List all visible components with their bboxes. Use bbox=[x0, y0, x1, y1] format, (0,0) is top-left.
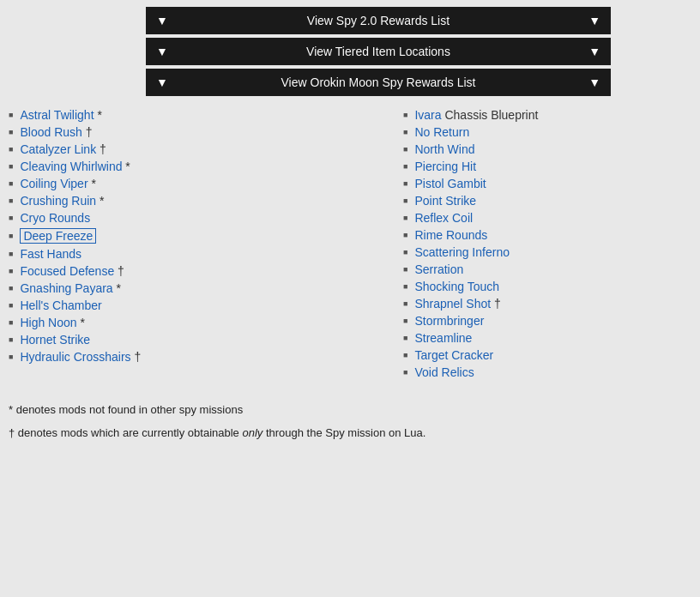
list-item: Pistol Gambit bbox=[403, 175, 678, 192]
dagger-footnote: † denotes mods which are currently obtai… bbox=[9, 423, 691, 443]
list-item: Point Strike bbox=[403, 192, 678, 209]
piercing-hit-link[interactable]: Piercing Hit bbox=[414, 160, 476, 173]
hells-chamber-link[interactable]: Hell's Chamber bbox=[20, 298, 101, 312]
orokin-rewards-button[interactable]: ▼ View Orokin Moon Spy Rewards List ▼ bbox=[146, 69, 611, 96]
dagger-italic: only bbox=[242, 426, 262, 439]
list-item: Streamline bbox=[403, 329, 678, 347]
tiered-locations-button[interactable]: ▼ View Tiered Item Locations ▼ bbox=[146, 38, 611, 65]
list-item: Hydraulic Crosshairs † bbox=[9, 348, 395, 365]
cleaving-whirlwind-link[interactable]: Cleaving Whirlwind bbox=[20, 160, 122, 173]
crushing-ruin-link[interactable]: Crushing Ruin bbox=[20, 194, 96, 208]
list-item: Crushing Ruin * bbox=[9, 192, 395, 209]
astral-twilight-link[interactable]: Astral Twilight bbox=[20, 108, 94, 122]
arrow-right-icon-3: ▼ bbox=[588, 75, 600, 89]
void-relics-link[interactable]: Void Relics bbox=[414, 365, 474, 379]
left-column: Astral Twilight * Blood Rush † Catalyzer… bbox=[9, 106, 403, 381]
footnotes-section: * denotes mods not found in other spy mi… bbox=[0, 389, 700, 455]
list-item: Hell's Chamber bbox=[9, 297, 395, 314]
content-area: Astral Twilight * Blood Rush † Catalyzer… bbox=[0, 100, 700, 389]
streamline-link[interactable]: Streamline bbox=[414, 331, 472, 345]
ivara-suffix: Chassis Blueprint bbox=[444, 108, 538, 122]
list-item: Shocking Touch bbox=[403, 278, 678, 295]
list-item: Deep Freeze bbox=[9, 226, 395, 245]
arrow-left-icon-2: ▼ bbox=[156, 45, 168, 58]
high-noon-link[interactable]: High Noon bbox=[20, 316, 76, 329]
list-item: Gnashing Payara * bbox=[9, 280, 395, 297]
list-item: Target Cracker bbox=[403, 347, 678, 364]
fast-hands-link[interactable]: Fast Hands bbox=[20, 247, 81, 261]
list-item: Cryo Rounds bbox=[9, 209, 395, 226]
stormbringer-link[interactable]: Stormbringer bbox=[414, 314, 484, 328]
list-item: Piercing Hit bbox=[403, 158, 678, 175]
spy-rewards-label: View Spy 2.0 Rewards List bbox=[307, 14, 450, 27]
list-item: Astral Twilight * bbox=[9, 106, 395, 124]
left-item-list: Astral Twilight * Blood Rush † Catalyzer… bbox=[9, 106, 395, 365]
target-cracker-link[interactable]: Target Cracker bbox=[414, 348, 493, 362]
list-item: Serration bbox=[403, 261, 678, 278]
arrow-left-icon-3: ▼ bbox=[156, 75, 168, 89]
arrow-right-icon-2: ▼ bbox=[588, 45, 600, 58]
list-item: Blood Rush † bbox=[9, 124, 395, 141]
hornet-strike-link[interactable]: Hornet Strike bbox=[20, 333, 90, 347]
point-strike-link[interactable]: Point Strike bbox=[414, 194, 476, 208]
shocking-touch-link[interactable]: Shocking Touch bbox=[414, 280, 499, 293]
north-wind-link[interactable]: North Wind bbox=[414, 142, 474, 156]
serration-link[interactable]: Serration bbox=[414, 262, 463, 276]
reflex-coil-link[interactable]: Reflex Coil bbox=[414, 211, 473, 225]
ivara-link[interactable]: Ivara bbox=[414, 108, 441, 122]
pistol-gambit-link[interactable]: Pistol Gambit bbox=[414, 177, 486, 190]
list-item: Hornet Strike bbox=[9, 331, 395, 348]
list-item: Ivara Chassis Blueprint bbox=[403, 106, 678, 124]
orokin-rewards-label: View Orokin Moon Spy Rewards List bbox=[281, 75, 476, 89]
tiered-locations-label: View Tiered Item Locations bbox=[306, 45, 450, 58]
no-return-link[interactable]: No Return bbox=[414, 125, 469, 139]
arrow-right-icon: ▼ bbox=[588, 14, 600, 27]
coiling-viper-link[interactable]: Coiling Viper bbox=[20, 177, 88, 190]
list-item: Shrapnel Shot † bbox=[403, 295, 678, 312]
list-item: Fast Hands bbox=[9, 245, 395, 262]
right-column: Ivara Chassis Blueprint No Return North … bbox=[403, 106, 678, 381]
list-item: Rime Rounds bbox=[403, 226, 678, 244]
catalyzer-link-link[interactable]: Catalyzer Link bbox=[20, 142, 96, 156]
hydraulic-crosshairs-link[interactable]: Hydraulic Crosshairs bbox=[20, 350, 130, 364]
blood-rush-link[interactable]: Blood Rush bbox=[20, 125, 81, 139]
shrapnel-shot-link[interactable]: Shrapnel Shot bbox=[414, 297, 491, 311]
deep-freeze-link[interactable]: Deep Freeze bbox=[20, 228, 96, 244]
star-footnote: * denotes mods not found in other spy mi… bbox=[9, 400, 691, 419]
list-item: Focused Defense † bbox=[9, 262, 395, 280]
top-buttons-section: ▼ View Spy 2.0 Rewards List ▼ ▼ View Tie… bbox=[146, 0, 611, 100]
dagger-suffix: through the Spy mission on Lua. bbox=[262, 426, 425, 439]
gnashing-payara-link[interactable]: Gnashing Payara bbox=[20, 281, 112, 295]
list-item: Reflex Coil bbox=[403, 209, 678, 226]
list-item: Scattering Inferno bbox=[403, 244, 678, 261]
list-item: North Wind bbox=[403, 141, 678, 158]
list-item: No Return bbox=[403, 124, 678, 141]
scattering-inferno-link[interactable]: Scattering Inferno bbox=[414, 245, 510, 259]
cryo-rounds-link[interactable]: Cryo Rounds bbox=[20, 211, 90, 225]
rime-rounds-link[interactable]: Rime Rounds bbox=[414, 228, 487, 242]
dagger-prefix: † denotes mods which are currently obtai… bbox=[9, 426, 242, 439]
focused-defense-link[interactable]: Focused Defense bbox=[20, 264, 114, 278]
list-item: Cleaving Whirlwind * bbox=[9, 158, 395, 175]
list-item: Stormbringer bbox=[403, 312, 678, 329]
list-item: High Noon * bbox=[9, 314, 395, 331]
arrow-left-icon: ▼ bbox=[156, 14, 168, 27]
list-item: Catalyzer Link † bbox=[9, 141, 395, 158]
list-item: Coiling Viper * bbox=[9, 175, 395, 192]
list-item: Void Relics bbox=[403, 364, 678, 381]
right-item-list: Ivara Chassis Blueprint No Return North … bbox=[403, 106, 678, 381]
spy-rewards-button[interactable]: ▼ View Spy 2.0 Rewards List ▼ bbox=[146, 7, 611, 34]
